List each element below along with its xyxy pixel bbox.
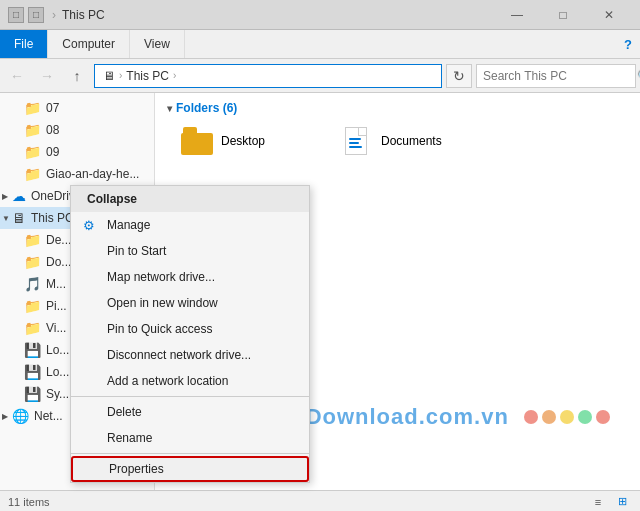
context-menu-open-window[interactable]: Open in new window: [71, 290, 309, 316]
folder-icon: □: [28, 7, 44, 23]
details-view-button[interactable]: ≡: [588, 492, 608, 512]
folder-item-desktop[interactable]: Desktop: [175, 123, 335, 159]
tab-computer[interactable]: Computer: [48, 30, 130, 58]
watermark: Download.com.vn: [306, 404, 610, 430]
folder-name: Desktop: [221, 134, 265, 148]
folder-icon-desktop: [181, 127, 213, 155]
path-pc-icon: 🖥: [103, 69, 115, 83]
folder-icon: 📁: [24, 320, 41, 336]
help-icon[interactable]: ?: [616, 30, 640, 58]
tab-view[interactable]: View: [130, 30, 185, 58]
search-box[interactable]: 🔍: [476, 64, 636, 88]
network-icon: 🌐: [12, 408, 29, 424]
manage-icon: ⚙: [83, 218, 95, 233]
delete-label: Delete: [107, 405, 142, 419]
sidebar-item-label: 07: [46, 101, 59, 115]
search-input[interactable]: [483, 69, 633, 83]
context-menu-add-location[interactable]: Add a network location: [71, 368, 309, 394]
folder-grid: Desktop Documents: [175, 123, 628, 159]
sidebar-item-label: Lo...: [46, 365, 69, 379]
window-controls: — □ ✕: [494, 0, 632, 30]
folder-icon: 📁: [24, 232, 41, 248]
sidebar-item-label: De...: [46, 233, 71, 247]
folder-icon-documents: [345, 127, 373, 155]
sidebar-item-label: This PC: [31, 211, 74, 225]
folder-icon: 📁: [24, 298, 41, 314]
manage-label: Manage: [107, 218, 150, 232]
address-bar: ← → ↑ 🖥 › This PC › ↻ 🔍: [0, 59, 640, 93]
sidebar-item-label: Vi...: [46, 321, 66, 335]
sidebar-item-giao[interactable]: 📁 Giao-an-day-he...: [0, 163, 154, 185]
drive-icon: 💾: [24, 364, 41, 380]
folder-icon: 📁: [24, 100, 41, 116]
folder-icon: 📁: [24, 254, 41, 270]
context-menu-properties[interactable]: Properties: [71, 456, 309, 482]
address-path[interactable]: 🖥 › This PC ›: [94, 64, 442, 88]
title-separator: ›: [52, 8, 56, 22]
collapse-label: Collapse: [87, 192, 137, 206]
tab-file[interactable]: File: [0, 30, 48, 58]
context-menu-disconnect[interactable]: Disconnect network drive...: [71, 342, 309, 368]
context-menu-rename[interactable]: Rename: [71, 425, 309, 451]
sidebar-item-label: Giao-an-day-he...: [46, 167, 139, 181]
pin-start-label: Pin to Start: [107, 244, 166, 258]
forward-button[interactable]: →: [34, 63, 60, 89]
sidebar-item-label: Do...: [46, 255, 71, 269]
context-menu-manage[interactable]: ⚙ Manage: [71, 212, 309, 238]
context-menu-delete[interactable]: Delete: [71, 399, 309, 425]
path-current-label: This PC: [126, 69, 169, 83]
sidebar-item-label: 09: [46, 145, 59, 159]
folder-item-documents[interactable]: Documents: [339, 123, 499, 159]
title-bar-icons: □ □: [8, 7, 44, 23]
folder-name: Documents: [381, 134, 442, 148]
context-menu-pin-start[interactable]: Pin to Start: [71, 238, 309, 264]
expand-arrow: ▼: [2, 214, 10, 223]
folder-icon: 📁: [24, 166, 41, 182]
drive-icon: 💾: [24, 342, 41, 358]
disconnect-label: Disconnect network drive...: [107, 348, 251, 362]
tiles-view-button[interactable]: ⊞: [612, 492, 632, 512]
title-bar-title: › This PC: [52, 8, 494, 22]
music-icon: 🎵: [24, 276, 41, 292]
context-menu-map-drive[interactable]: Map network drive...: [71, 264, 309, 290]
pin-quick-label: Pin to Quick access: [107, 322, 212, 336]
minimize-button[interactable]: —: [494, 0, 540, 30]
expand-arrow: ▶: [2, 192, 8, 201]
sidebar-item-label: Sy...: [46, 387, 69, 401]
ribbon-tabs: File Computer View ?: [0, 30, 640, 58]
path-end-arrow: ›: [173, 70, 176, 81]
rename-label: Rename: [107, 431, 152, 445]
expand-arrow: ▶: [2, 412, 8, 421]
title-bar: □ □ › This PC — □ ✕: [0, 0, 640, 30]
back-button[interactable]: ←: [4, 63, 30, 89]
section-header-folders: ▾ Folders (6): [167, 101, 628, 115]
sidebar-item-09[interactable]: 📁 09: [0, 141, 154, 163]
context-menu: Collapse ⚙ Manage Pin to Start Map netwo…: [70, 185, 310, 483]
onedrive-icon: ☁: [12, 188, 26, 204]
context-menu-sep2: [71, 453, 309, 454]
close-button[interactable]: ✕: [586, 0, 632, 30]
item-count: 11 items: [8, 496, 50, 508]
up-button[interactable]: ↑: [64, 63, 90, 89]
sidebar-item-label: 08: [46, 123, 59, 137]
maximize-button[interactable]: □: [540, 0, 586, 30]
context-menu-collapse[interactable]: Collapse: [71, 186, 309, 212]
sidebar-item-label: Net...: [34, 409, 63, 423]
sidebar-item-label: Lo...: [46, 343, 69, 357]
chevron-icon: ▾: [167, 103, 172, 114]
context-menu-pin-quick[interactable]: Pin to Quick access: [71, 316, 309, 342]
section-label: Folders (6): [176, 101, 237, 115]
quick-access-icon: □: [8, 7, 24, 23]
window-title: This PC: [62, 8, 105, 22]
sidebar-item-07[interactable]: 📁 07: [0, 97, 154, 119]
sidebar-item-label: M...: [46, 277, 66, 291]
pc-icon: 🖥: [12, 210, 26, 226]
folder-icon: 📁: [24, 122, 41, 138]
status-bar: 11 items ≡ ⊞: [0, 490, 640, 511]
add-location-label: Add a network location: [107, 374, 228, 388]
properties-label: Properties: [109, 462, 164, 476]
map-drive-label: Map network drive...: [107, 270, 215, 284]
sidebar-item-08[interactable]: 📁 08: [0, 119, 154, 141]
refresh-button[interactable]: ↻: [446, 64, 472, 88]
folder-icon: 📁: [24, 144, 41, 160]
